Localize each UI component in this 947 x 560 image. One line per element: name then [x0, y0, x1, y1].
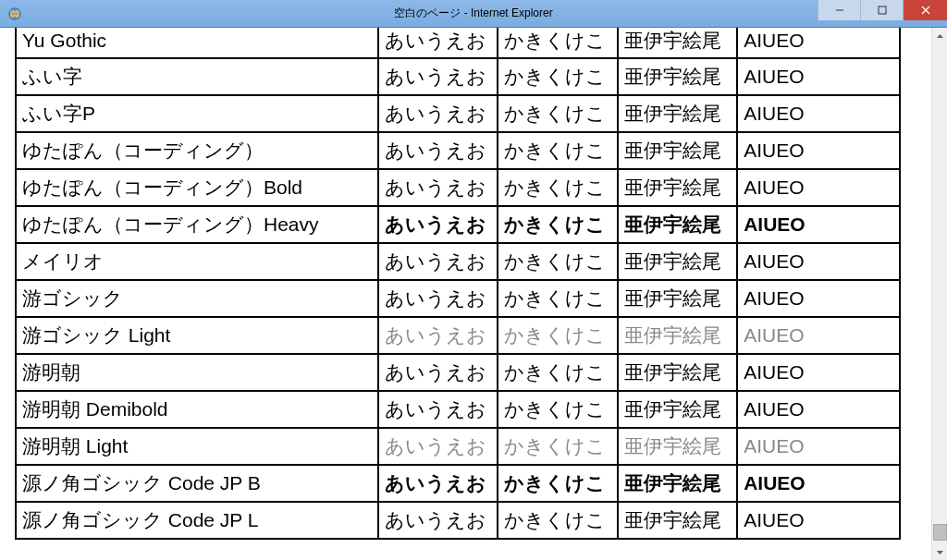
sample-cell: 亜伊宇絵尾 [618, 354, 737, 391]
table-row: 游明朝あいうえおかきくけこ亜伊宇絵尾AIUEO [16, 354, 900, 391]
ie-icon [7, 6, 22, 21]
sample-cell: あいうえお [378, 132, 498, 169]
svg-rect-2 [879, 6, 886, 14]
sample-cell: かきくけこ [498, 317, 617, 354]
sample-cell: あいうえお [378, 243, 498, 280]
vertical-scrollbar[interactable] [931, 28, 947, 560]
sample-cell: かきくけこ [498, 243, 617, 280]
content-area: Yu Gothicあいうえおかきくけこ亜伊宇絵尾AIUEOふい字あいうえおかきく… [0, 28, 947, 560]
table-row: ゆたぽん（コーディング）Heavyあいうえおかきくけこ亜伊宇絵尾AIUEO [16, 206, 900, 243]
sample-cell: 亜伊宇絵尾 [618, 428, 737, 465]
table-row: メイリオあいうえおかきくけこ亜伊宇絵尾AIUEO [16, 243, 900, 280]
font-name-cell: Yu Gothic [16, 28, 378, 58]
window-title: 空白のページ - Internet Explorer [394, 6, 552, 21]
table-row: 游明朝 Demiboldあいうえおかきくけこ亜伊宇絵尾AIUEO [16, 391, 900, 428]
sample-cell: 亜伊宇絵尾 [618, 317, 737, 354]
sample-cell: あいうえお [378, 169, 498, 206]
sample-cell: AIUEO [737, 354, 900, 391]
table-row: ふい字あいうえおかきくけこ亜伊宇絵尾AIUEO [16, 58, 900, 95]
sample-cell: あいうえお [378, 206, 498, 243]
sample-cell: かきくけこ [498, 169, 617, 206]
sample-cell: 亜伊宇絵尾 [618, 95, 737, 132]
sample-cell: 亜伊宇絵尾 [618, 243, 737, 280]
table-row: 游ゴシック Lightあいうえおかきくけこ亜伊宇絵尾AIUEO [16, 317, 900, 354]
sample-cell: 亜伊宇絵尾 [618, 206, 737, 243]
sample-cell: あいうえお [378, 502, 498, 539]
sample-cell: あいうえお [378, 428, 498, 465]
font-name-cell: 游明朝 Demibold [16, 391, 378, 428]
sample-cell: あいうえお [378, 317, 498, 354]
sample-cell: あいうえお [378, 391, 498, 428]
sample-cell: AIUEO [737, 95, 900, 132]
scroll-up-arrow-icon[interactable] [932, 28, 947, 43]
sample-cell: AIUEO [737, 502, 900, 539]
sample-cell: かきくけこ [498, 502, 617, 539]
sample-cell: 亜伊宇絵尾 [618, 502, 737, 539]
sample-cell: AIUEO [737, 428, 900, 465]
sample-cell: かきくけこ [498, 465, 617, 502]
sample-cell: AIUEO [737, 169, 900, 206]
font-sample-table: Yu Gothicあいうえおかきくけこ亜伊宇絵尾AIUEOふい字あいうえおかきく… [15, 28, 901, 540]
sample-cell: あいうえお [378, 95, 498, 132]
table-row: 游ゴシックあいうえおかきくけこ亜伊宇絵尾AIUEO [16, 280, 900, 317]
sample-cell: かきくけこ [498, 58, 617, 95]
sample-cell: AIUEO [737, 243, 900, 280]
sample-cell: AIUEO [737, 280, 900, 317]
sample-cell: あいうえお [378, 354, 498, 391]
sample-cell: AIUEO [737, 391, 900, 428]
window-controls [818, 0, 947, 20]
sample-cell: 亜伊宇絵尾 [618, 169, 737, 206]
sample-cell: かきくけこ [498, 280, 617, 317]
sample-cell: AIUEO [737, 58, 900, 95]
sample-cell: かきくけこ [498, 28, 617, 58]
sample-cell: 亜伊宇絵尾 [618, 132, 737, 169]
sample-cell: 亜伊宇絵尾 [618, 391, 737, 428]
sample-cell: あいうえお [378, 28, 498, 58]
font-name-cell: 游明朝 Light [16, 428, 378, 465]
font-name-cell: ゆたぽん（コーディング） [16, 132, 378, 169]
sample-cell: AIUEO [737, 132, 900, 169]
table-row: 游明朝 Lightあいうえおかきくけこ亜伊宇絵尾AIUEO [16, 428, 900, 465]
font-name-cell: ふい字 [16, 58, 378, 95]
table-row: ゆたぽん（コーディング）あいうえおかきくけこ亜伊宇絵尾AIUEO [16, 132, 900, 169]
sample-cell: かきくけこ [498, 132, 617, 169]
font-name-cell: ゆたぽん（コーディング）Bold [16, 169, 378, 206]
window-titlebar: 空白のページ - Internet Explorer [0, 0, 947, 28]
table-row: 源ノ角ゴシック Code JP Bあいうえおかきくけこ亜伊宇絵尾AIUEO [16, 465, 900, 502]
table-row: ゆたぽん（コーディング）Boldあいうえおかきくけこ亜伊宇絵尾AIUEO [16, 169, 900, 206]
sample-cell: 亜伊宇絵尾 [618, 58, 737, 95]
sample-cell: AIUEO [737, 28, 900, 58]
sample-cell: あいうえお [378, 465, 498, 502]
minimize-button[interactable] [818, 0, 860, 20]
sample-cell: かきくけこ [498, 428, 617, 465]
font-name-cell: 源ノ角ゴシック Code JP B [16, 465, 378, 502]
maximize-button[interactable] [860, 0, 903, 20]
svg-point-0 [9, 8, 20, 19]
font-name-cell: メイリオ [16, 243, 378, 280]
font-name-cell: ゆたぽん（コーディング）Heavy [16, 206, 378, 243]
scroll-down-arrow-icon[interactable] [932, 544, 947, 560]
font-name-cell: 游ゴシック [16, 280, 378, 317]
font-name-cell: 游ゴシック Light [16, 317, 378, 354]
sample-cell: かきくけこ [498, 206, 617, 243]
font-name-cell: ふい字P [16, 95, 378, 132]
scroll-thumb[interactable] [933, 524, 947, 541]
sample-cell: 亜伊宇絵尾 [618, 465, 737, 502]
sample-cell: あいうえお [378, 280, 498, 317]
table-row: 源ノ角ゴシック Code JP Lあいうえおかきくけこ亜伊宇絵尾AIUEO [16, 502, 900, 539]
sample-cell: AIUEO [737, 206, 900, 243]
font-name-cell: 源ノ角ゴシック Code JP L [16, 502, 378, 539]
table-container: Yu Gothicあいうえおかきくけこ亜伊宇絵尾AIUEOふい字あいうえおかきく… [0, 28, 931, 560]
sample-cell: かきくけこ [498, 354, 617, 391]
table-row: Yu Gothicあいうえおかきくけこ亜伊宇絵尾AIUEO [16, 28, 900, 58]
sample-cell: かきくけこ [498, 95, 617, 132]
sample-cell: かきくけこ [498, 391, 617, 428]
sample-cell: AIUEO [737, 317, 900, 354]
table-row: ふい字Pあいうえおかきくけこ亜伊宇絵尾AIUEO [16, 95, 900, 132]
close-button[interactable] [903, 0, 947, 20]
sample-cell: 亜伊宇絵尾 [618, 28, 737, 58]
font-name-cell: 游明朝 [16, 354, 378, 391]
sample-cell: あいうえお [378, 58, 498, 95]
sample-cell: 亜伊宇絵尾 [618, 280, 737, 317]
sample-cell: AIUEO [737, 465, 900, 502]
